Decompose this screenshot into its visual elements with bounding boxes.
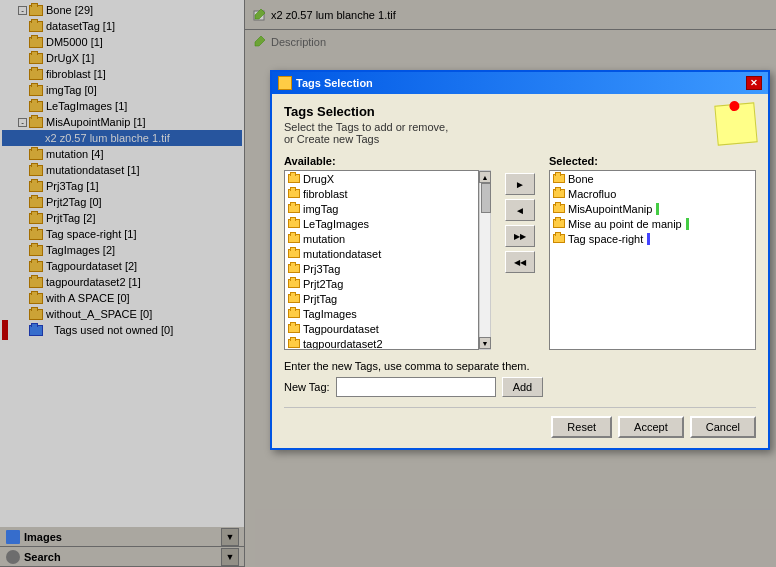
scroll-thumb[interactable] <box>481 183 491 213</box>
list-item[interactable]: mutationdataset <box>285 246 478 261</box>
item-text: LeTagImages <box>303 218 369 230</box>
move-all-left-btn[interactable]: ◀◀ <box>505 251 535 273</box>
list-item[interactable]: LeTagImages <box>285 216 478 231</box>
item-text: Prj3Tag <box>303 263 340 275</box>
new-tag-row: New Tag: Add <box>284 377 756 397</box>
list-item[interactable]: imgTag <box>285 201 478 216</box>
item-folder-icon <box>288 264 300 273</box>
list-item[interactable]: Tagpourdataset <box>285 321 478 336</box>
item-text: DrugX <box>303 173 334 185</box>
list-item[interactable]: DrugX <box>285 171 478 186</box>
item-folder-icon <box>288 324 300 333</box>
item-text: Macrofluo <box>568 188 616 200</box>
dialog-body: Tags Selection Select the Tags to add or… <box>272 94 768 448</box>
dialog-titlebar: Tags Selection ✕ <box>272 72 768 94</box>
tags-selection-dialog: Tags Selection ✕ Tags Selection Select t… <box>270 70 770 450</box>
available-scrollbar[interactable]: ▲ ▼ <box>479 170 491 350</box>
dialog-close-button[interactable]: ✕ <box>746 76 762 90</box>
item-folder-icon <box>553 234 565 243</box>
list-item[interactable]: TagImages <box>285 306 478 321</box>
available-label: Available: <box>284 155 491 167</box>
blue-indicator <box>647 233 650 245</box>
item-folder-icon <box>288 204 300 213</box>
green-indicator <box>656 203 659 215</box>
item-text: TagImages <box>303 308 357 320</box>
item-folder-icon <box>288 294 300 303</box>
item-folder-icon <box>288 234 300 243</box>
selected-listbox[interactable]: Bone Macrofluo MisAupointManip Mise au p… <box>549 170 756 350</box>
dialog-header-text: Tags Selection Select the Tags to add or… <box>284 104 448 145</box>
lists-area: Available: DrugX fibroblast <box>284 155 756 350</box>
new-tag-input[interactable] <box>336 377 496 397</box>
selected-list-item[interactable]: Tag space-right <box>550 231 755 246</box>
reset-button[interactable]: Reset <box>551 416 612 438</box>
green-indicator <box>686 218 689 230</box>
item-text: Tag space-right <box>568 233 643 245</box>
new-tag-label: New Tag: <box>284 381 330 393</box>
selected-list-item[interactable]: Macrofluo <box>550 186 755 201</box>
selected-list-item[interactable]: Bone <box>550 171 755 186</box>
list-item[interactable]: Prjt2Tag <box>285 276 478 291</box>
available-panel: Available: DrugX fibroblast <box>284 155 491 350</box>
dialog-header: Tags Selection Select the Tags to add or… <box>284 104 756 145</box>
sticky-note <box>714 102 757 145</box>
dialog-header-title: Tags Selection <box>284 104 448 119</box>
item-folder-icon <box>288 309 300 318</box>
selected-list-item[interactable]: Mise au point de manip <box>550 216 755 231</box>
item-folder-icon <box>288 189 300 198</box>
item-folder-icon <box>553 189 565 198</box>
list-item[interactable]: PrjtTag <box>285 291 478 306</box>
selected-panel: Selected: Bone Macrofluo MisAupointManip <box>549 155 756 350</box>
new-tag-area: Enter the new Tags, use comma to separat… <box>284 360 756 397</box>
new-tag-instruction: Enter the new Tags, use comma to separat… <box>284 360 756 372</box>
item-text: PrjtTag <box>303 293 337 305</box>
accept-button[interactable]: Accept <box>618 416 684 438</box>
scroll-down-icon[interactable]: ▼ <box>479 337 491 349</box>
item-folder-icon <box>288 279 300 288</box>
item-folder-icon <box>288 174 300 183</box>
sticky-dot <box>729 101 740 112</box>
item-folder-icon <box>553 174 565 183</box>
cancel-button[interactable]: Cancel <box>690 416 756 438</box>
item-folder-icon <box>288 219 300 228</box>
dialog-title-text: Tags Selection <box>296 77 373 89</box>
item-text: Bone <box>568 173 594 185</box>
list-item[interactable]: Prj3Tag <box>285 261 478 276</box>
item-folder-icon <box>553 204 565 213</box>
item-text: Mise au point de manip <box>568 218 682 230</box>
add-tag-button[interactable]: Add <box>502 377 544 397</box>
dialog-header-sub2: or Create new Tags <box>284 133 448 145</box>
scroll-track <box>480 183 490 337</box>
dialog-title-folder-icon <box>278 76 292 90</box>
item-folder-icon <box>553 219 565 228</box>
list-item[interactable]: fibroblast <box>285 186 478 201</box>
list-item[interactable]: tagpourdataset2 <box>285 336 478 350</box>
item-text: imgTag <box>303 203 338 215</box>
scroll-up-icon[interactable]: ▲ <box>479 171 491 183</box>
item-text: tagpourdataset2 <box>303 338 383 350</box>
dialog-actions: Reset Accept Cancel <box>284 407 756 438</box>
move-right-btn[interactable]: ► <box>505 173 535 195</box>
available-listbox[interactable]: DrugX fibroblast imgTag LeTagImages <box>284 170 479 350</box>
item-folder-icon <box>288 249 300 258</box>
item-text: MisAupointManip <box>568 203 652 215</box>
dialog-title-left: Tags Selection <box>278 76 373 90</box>
item-text: mutationdataset <box>303 248 381 260</box>
item-text: mutation <box>303 233 345 245</box>
selected-list-item[interactable]: MisAupointManip <box>550 201 755 216</box>
item-text: Tagpourdataset <box>303 323 379 335</box>
item-text: fibroblast <box>303 188 348 200</box>
list-item[interactable]: mutation <box>285 231 478 246</box>
dialog-header-sub1: Select the Tags to add or remove, <box>284 121 448 133</box>
selected-label: Selected: <box>549 155 756 167</box>
item-folder-icon <box>288 339 300 348</box>
item-text: Prjt2Tag <box>303 278 343 290</box>
move-all-right-btn[interactable]: ▶▶ <box>505 225 535 247</box>
transfer-buttons: ► ◄ ▶▶ ◀◀ <box>499 173 541 273</box>
move-left-btn[interactable]: ◄ <box>505 199 535 221</box>
